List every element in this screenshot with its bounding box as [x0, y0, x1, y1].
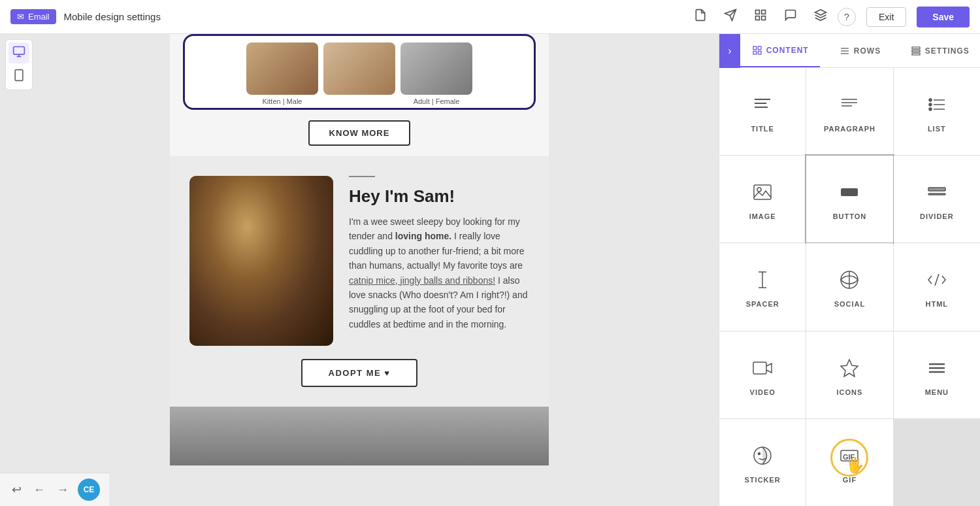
svg-rect-4	[755, 16, 759, 20]
content-item-social[interactable]: SOCIAL	[806, 243, 892, 330]
topbar: ✉ Email Mobile design settings ? Exit Sa…	[0, 0, 980, 34]
adopt-me-button[interactable]: ADOPT ME ♥	[301, 359, 418, 387]
send-icon-btn[interactable]	[721, 6, 740, 27]
svg-rect-35	[841, 188, 858, 196]
exit-button[interactable]: Exit	[866, 7, 906, 27]
tab-rows-label: ROWS	[854, 46, 881, 56]
content-item-sticker[interactable]: STICKER	[719, 419, 806, 506]
cat-label-1: Kitten | Male	[263, 97, 302, 105]
tab-content[interactable]: CONTENT	[740, 34, 820, 67]
email-badge[interactable]: ✉ Email	[10, 9, 56, 24]
content-item-video[interactable]: VIDEO	[719, 331, 806, 418]
topbar-icons	[691, 6, 830, 27]
cat-image-2	[323, 42, 395, 95]
button-label: BUTTON	[833, 212, 867, 220]
button-icon	[839, 182, 860, 207]
desktop-view-btn[interactable]	[8, 42, 29, 63]
help-button[interactable]: ?	[838, 8, 856, 26]
menu-icon	[926, 358, 947, 383]
svg-rect-37	[928, 194, 945, 195]
right-panel: › CONTENT ROWS SETTINGS	[719, 34, 980, 506]
svg-point-27	[929, 99, 932, 101]
content-item-gif[interactable]: 🖐 GIF GIF	[806, 419, 892, 506]
menu-label: MENU	[925, 388, 949, 396]
device-toggle	[5, 39, 33, 90]
cat-label-3: Adult | Female	[414, 97, 460, 105]
cat-card-3: Adult | Female	[400, 42, 472, 105]
svg-rect-5	[762, 16, 766, 20]
content-item-menu[interactable]: MENU	[894, 331, 980, 418]
know-more-button[interactable]: KNOW MORE	[308, 120, 411, 146]
cat-cards-section: Kitten | Male Adult | Female	[170, 34, 549, 110]
sam-divider	[349, 176, 375, 177]
svg-point-31	[929, 108, 932, 110]
svg-point-29	[929, 103, 932, 106]
gif-icon: GIF	[839, 445, 860, 471]
svg-rect-36	[928, 188, 945, 191]
content-item-button[interactable]: BUTTON	[806, 156, 892, 243]
email-preview: Kitten | Male Adult | Female	[170, 34, 549, 465]
chat-icon-btn[interactable]	[781, 6, 800, 27]
back-button[interactable]: ←	[31, 481, 48, 499]
svg-rect-3	[762, 10, 766, 14]
body-bold: loving home.	[395, 231, 451, 241]
tab-settings-label: SETTINGS	[925, 46, 970, 56]
paragraph-label: PARAGRAPH	[824, 125, 875, 133]
grid-icon-btn[interactable]	[751, 6, 770, 27]
content-item-icons[interactable]: ICONS	[806, 331, 892, 418]
title-icon	[752, 94, 773, 120]
svg-rect-13	[753, 51, 757, 54]
sam-content: Hey I'm Sam! I'm a wee sweet sleepy boy …	[189, 176, 529, 346]
svg-rect-6	[14, 47, 25, 55]
content-item-image[interactable]: IMAGE	[719, 156, 806, 243]
undo-button[interactable]: ↩	[9, 480, 24, 499]
title-label: TITLE	[751, 125, 774, 133]
icons-label: ICONS	[837, 388, 863, 396]
email-canvas: Kitten | Male Adult | Female	[0, 34, 719, 465]
content-item-divider[interactable]: DIVIDER	[894, 156, 980, 243]
svg-line-43	[935, 274, 939, 286]
content-item-html[interactable]: HTML	[894, 243, 980, 330]
mobile-view-btn[interactable]	[8, 66, 29, 87]
content-item-spacer[interactable]: SPACER	[719, 243, 806, 330]
cat-image-3	[400, 42, 472, 95]
save-button[interactable]: Save	[917, 7, 970, 27]
content-item-list[interactable]: LIST	[894, 68, 980, 155]
svg-rect-44	[753, 362, 766, 374]
sam-cat-image	[189, 176, 333, 346]
spacer-icon	[752, 269, 773, 295]
svg-marker-45	[841, 360, 858, 377]
sam-section: Hey I'm Sam! I'm a wee sweet sleepy boy …	[170, 156, 549, 407]
svg-rect-12	[758, 46, 761, 50]
sam-title: Hey I'm Sam!	[349, 186, 529, 207]
svg-rect-33	[754, 185, 771, 199]
user-avatar: CE	[78, 479, 100, 501]
panel-header: › CONTENT ROWS SETTINGS	[719, 34, 980, 68]
spacer-label: SPACER	[746, 300, 779, 308]
content-item-paragraph[interactable]: PARAGRAPH	[806, 68, 892, 155]
video-icon	[752, 358, 773, 383]
tab-content-label: CONTENT	[766, 46, 809, 55]
forward-button[interactable]: →	[54, 481, 71, 499]
content-item-title[interactable]: TITLE	[719, 68, 806, 155]
layers-icon-btn[interactable]	[811, 6, 830, 27]
cat-card-2	[323, 42, 395, 105]
divider-label: DIVIDER	[920, 212, 954, 220]
tab-settings[interactable]: SETTINGS	[900, 34, 980, 67]
bottom-toolbar: ↩ ← → CE	[0, 473, 109, 506]
doc-icon-btn[interactable]	[691, 6, 710, 27]
cat-card-1: Kitten | Male	[246, 42, 318, 105]
page-title: Mobile design settings	[64, 11, 683, 22]
tab-rows[interactable]: ROWS	[820, 34, 900, 67]
topbar-right: ? Exit Save	[838, 7, 970, 27]
cat-image-1	[246, 42, 318, 95]
panel-toggle-btn[interactable]: ›	[719, 34, 740, 68]
svg-rect-18	[912, 47, 920, 49]
svg-rect-11	[753, 46, 757, 50]
know-more-section: KNOW MORE	[170, 110, 549, 156]
body-link[interactable]: catnip mice, jingly balls and ribbons!	[349, 275, 495, 286]
content-grid: TITLE PARAGRAPH LIST IM	[719, 68, 980, 506]
adopt-btn-container: ADOPT ME ♥	[189, 346, 529, 394]
main-layout: Kitten | Male Adult | Female	[0, 34, 980, 506]
svg-text:GIF: GIF	[843, 453, 855, 461]
